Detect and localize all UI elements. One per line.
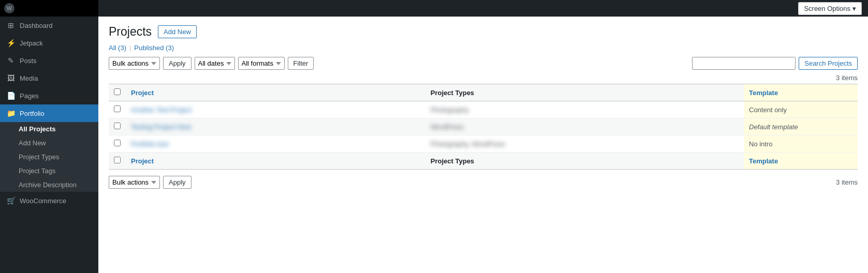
sub-nav: All (3) | Published (3): [109, 44, 858, 52]
col-footer-project-types: Project Types: [425, 153, 744, 170]
pages-icon: 📄: [6, 91, 16, 100]
bottom-toolbar: Bulk actions Apply 3 items: [109, 174, 858, 189]
search-projects-button[interactable]: Search Projects: [799, 57, 858, 70]
admin-bar-right: Screen Options ▾: [798, 2, 862, 15]
col-footer-project[interactable]: Project: [126, 153, 425, 170]
sidebar-item-portfolio[interactable]: 📁 Portfolio: [0, 104, 98, 122]
row-project-types-cell: WordPress: [425, 118, 744, 135]
row-template-cell: Default template: [744, 118, 858, 135]
all-dates-select[interactable]: All dates: [195, 57, 235, 70]
row-checkbox-cell: [109, 118, 126, 135]
admin-top-bar: W: [0, 0, 98, 17]
admin-bar-icons: W: [4, 3, 14, 13]
submenu-project-tags[interactable]: Project Tags: [0, 164, 98, 178]
bottom-bulk-actions-select[interactable]: Bulk actions: [109, 176, 160, 189]
row-project-cell: Another Test Project: [126, 101, 425, 118]
page-title: Projects: [109, 25, 152, 39]
screen-options-button[interactable]: Screen Options ▾: [798, 2, 862, 15]
wp-logo-icon: W: [4, 3, 14, 13]
submenu-add-new[interactable]: Add New: [0, 136, 98, 150]
media-icon: 🖼: [6, 73, 16, 83]
row-project-types-cell: Photography: [425, 101, 744, 118]
page-content: Projects Add New All (3) | Published (3)…: [98, 17, 868, 273]
items-count: 3 items: [109, 74, 858, 82]
dashboard-icon: ⊞: [6, 21, 16, 30]
sidebar-item-posts[interactable]: ✎ Posts: [0, 52, 98, 69]
screen-options-label: Screen Options: [804, 5, 850, 12]
row-template-value: No intro: [749, 140, 773, 148]
table-row: Portfolio testPhotography, WordPressNo i…: [109, 135, 858, 153]
table-body: Another Test ProjectPhotographyContent o…: [109, 101, 858, 153]
search-input[interactable]: [692, 57, 796, 70]
row-checkbox-cell: [109, 135, 126, 153]
sidebar-item-woocommerce[interactable]: 🛒 WooCommerce: [0, 192, 98, 209]
table-row: Another Test ProjectPhotographyContent o…: [109, 101, 858, 118]
main-content: Screen Options ▾ Projects Add New All (3…: [98, 0, 868, 273]
sidebar-item-jetpack[interactable]: ⚡ Jetpack: [0, 34, 98, 52]
row-project-types-cell: Photography, WordPress: [425, 135, 744, 153]
sidebar-item-label: Portfolio: [20, 110, 45, 117]
submenu-project-types[interactable]: Project Types: [0, 150, 98, 164]
page-title-area: Projects Add New: [109, 25, 197, 39]
woocommerce-icon: 🛒: [6, 196, 16, 205]
bottom-toolbar-left: Bulk actions Apply: [109, 176, 192, 189]
page-header: Projects Add New: [109, 25, 858, 39]
screen-options-chevron-icon: ▾: [852, 5, 856, 12]
row-project-cell: Testing Project Here: [126, 118, 425, 135]
all-formats-select[interactable]: All formats: [238, 57, 285, 70]
col-header-template[interactable]: Template: [744, 84, 858, 101]
sub-nav-published[interactable]: Published (3): [134, 44, 174, 52]
portfolio-icon: 📁: [6, 109, 16, 118]
add-new-button[interactable]: Add New: [158, 25, 197, 38]
bottom-apply-button[interactable]: Apply: [163, 176, 192, 189]
row-project-link[interactable]: Portfolio test: [131, 140, 168, 148]
row-project-link[interactable]: Testing Project Here: [131, 123, 192, 131]
col-footer-template: Template: [744, 153, 858, 170]
submenu-all-projects[interactable]: All Projects: [0, 122, 98, 136]
submenu-archive-description[interactable]: Archive Description: [0, 178, 98, 192]
sidebar-item-label: Posts: [20, 57, 37, 65]
sidebar-item-label: Pages: [20, 92, 39, 100]
row-template-value: Default template: [749, 123, 798, 131]
sub-nav-separator: |: [129, 44, 131, 52]
col-header-project[interactable]: Project: [126, 84, 425, 101]
select-all-checkbox[interactable]: [114, 88, 121, 95]
toolbar-right: Search Projects: [692, 57, 858, 70]
col-header-project-types: Project Types: [425, 84, 744, 101]
table-row: Testing Project HereWordPressDefault tem…: [109, 118, 858, 135]
toolbar-left: Bulk actions Apply All dates All formats…: [109, 57, 314, 70]
row-project-cell: Portfolio test: [126, 135, 425, 153]
toolbar: Bulk actions Apply All dates All formats…: [109, 57, 858, 70]
sidebar-item-label: Dashboard: [20, 22, 53, 29]
sidebar-item-media[interactable]: 🖼 Media: [0, 69, 98, 87]
bulk-actions-select[interactable]: Bulk actions: [109, 57, 160, 70]
bottom-items-count: 3 items: [192, 178, 858, 186]
table-header-row: Project Project Types Template: [109, 84, 858, 101]
row-checkbox[interactable]: [114, 105, 121, 112]
col-header-cb: [109, 84, 126, 101]
admin-bar: Screen Options ▾: [98, 0, 868, 17]
row-template-cell: Content only: [744, 101, 858, 118]
sidebar-item-pages[interactable]: 📄 Pages: [0, 87, 98, 104]
row-checkbox[interactable]: [114, 140, 121, 146]
sidebar-item-dashboard[interactable]: ⊞ Dashboard: [0, 17, 98, 34]
sidebar-item-label: WooCommerce: [20, 197, 66, 205]
sidebar: W ⊞ Dashboard ⚡ Jetpack ✎ Posts 🖼 Media …: [0, 0, 98, 273]
row-template-value: Content only: [749, 106, 787, 114]
filter-button[interactable]: Filter: [288, 57, 314, 70]
row-checkbox-cell: [109, 101, 126, 118]
table-footer-row: Project Project Types Template: [109, 153, 858, 170]
sidebar-item-label: Media: [20, 74, 38, 82]
row-template-cell: No intro: [744, 135, 858, 153]
row-project-link[interactable]: Another Test Project: [131, 106, 192, 114]
row-checkbox[interactable]: [114, 123, 121, 129]
sub-nav-all[interactable]: All (3): [109, 44, 126, 52]
col-footer-cb: [109, 153, 126, 170]
apply-button[interactable]: Apply: [163, 57, 192, 70]
sidebar-item-label: Jetpack: [20, 39, 43, 47]
jetpack-icon: ⚡: [6, 38, 16, 48]
projects-table: Project Project Types Template Another T…: [109, 84, 858, 170]
select-all-footer-checkbox[interactable]: [114, 157, 121, 163]
portfolio-submenu: All Projects Add New Project Types Proje…: [0, 122, 98, 192]
posts-icon: ✎: [6, 56, 16, 65]
